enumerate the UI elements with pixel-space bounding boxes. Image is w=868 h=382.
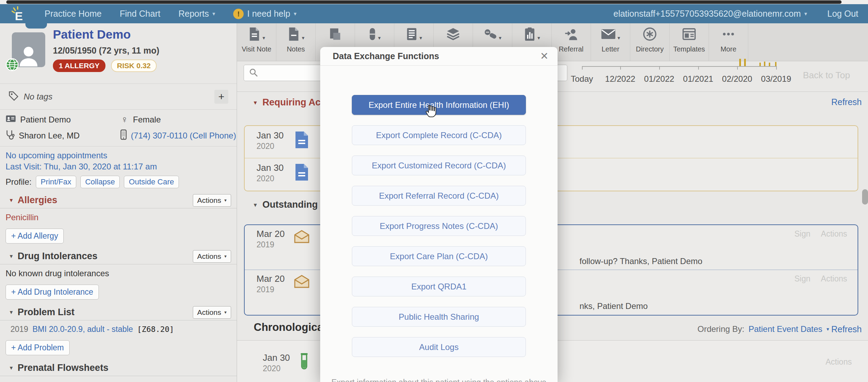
account-menu[interactable]: elationstaff+155757053935620@elationemr.… <box>614 9 807 19</box>
sign-link[interactable]: Sign <box>795 274 811 284</box>
sign-link[interactable]: Sign <box>795 229 811 239</box>
add-allergy-button[interactable]: + Add Allergy <box>6 229 64 244</box>
add-tag-button[interactable]: + <box>214 90 228 104</box>
timeline-label[interactable]: 12/2022 <box>605 74 636 84</box>
chevron-down-icon[interactable]: ▾ <box>10 253 13 260</box>
export-complete-record-button[interactable]: Export Complete Record (C-CDA) <box>352 125 526 145</box>
actions-link[interactable]: Actions <box>826 357 852 367</box>
audit-logs-button[interactable]: Audit Logs <box>352 337 526 357</box>
collapse-button[interactable]: Collapse <box>80 176 120 188</box>
chevron-down-icon[interactable]: ▾ <box>10 197 13 204</box>
referral-person-icon <box>564 27 578 42</box>
patient-name[interactable]: Patient Demo <box>53 27 131 41</box>
chevron-down-icon: ▾ <box>224 310 227 315</box>
clipboard-chart-icon <box>523 27 536 43</box>
public-health-sharing-button[interactable]: Public Health Sharing <box>352 307 526 327</box>
message-preview: nks, Patient Demo <box>579 301 648 311</box>
toolbar-filler <box>748 23 868 61</box>
export-referral-record-button[interactable]: Export Referral Record (C-CDA) <box>352 186 526 206</box>
allergies-actions-button[interactable]: Actions ▾ <box>193 194 231 207</box>
row-date: Jan 30 <box>257 162 284 173</box>
toolbar-directory[interactable]: Directory <box>630 23 670 61</box>
add-drug-intolerance-button[interactable]: + Add Drug Intolerance <box>6 285 99 300</box>
account-email: elationstaff+155757053935620@elationemr.… <box>614 9 801 19</box>
chevron-down-icon: ▾ <box>254 201 257 209</box>
chevron-down-icon[interactable]: ▾ <box>10 364 13 372</box>
ordering-by-label: Ordering By: <box>697 324 744 334</box>
toolbar-letter[interactable]: ▾ Letter <box>591 23 630 61</box>
export-qrda1-button[interactable]: Export QRDA1 <box>352 277 526 296</box>
nav-help[interactable]: ! I need help ▾ <box>233 9 297 19</box>
nav-find-chart[interactable]: Find Chart <box>120 9 160 19</box>
chevron-down-icon: ▾ <box>294 10 297 17</box>
last-visit-link[interactable]: Last Visit: Thu, Jan 30, 2020 at 11:17 a… <box>6 162 157 171</box>
timeline-label-today[interactable]: Today <box>571 74 593 84</box>
toolbar-more[interactable]: More <box>709 23 748 61</box>
chevron-down-icon: ▾ <box>224 254 227 259</box>
elation-logo-icon[interactable]: E <box>9 5 28 23</box>
add-problem-button[interactable]: + Add Problem <box>6 340 70 355</box>
help-warning-icon: ! <box>233 9 244 19</box>
export-ehi-button[interactable]: Export Entire Health Information (EHI) <box>352 95 526 115</box>
demographic-phone: (714) 307-0110 (Cell Phone) <box>120 129 236 142</box>
timeline-label[interactable]: 03/2019 <box>761 74 791 84</box>
problem-list-header: ▾ Problem List Actions ▾ <box>0 304 237 320</box>
chevron-down-icon: ▾ <box>804 10 807 17</box>
drug-intolerances-actions-button[interactable]: Actions ▾ <box>193 250 231 263</box>
problem-list-actions-button[interactable]: Actions ▾ <box>193 306 231 319</box>
timeline-label[interactable]: 02/2020 <box>722 74 752 84</box>
refresh-link-chronological[interactable]: Refresh <box>831 324 862 334</box>
chevron-down-icon: ▾ <box>262 35 265 41</box>
row-year: 2019 <box>257 240 285 249</box>
export-customized-record-button[interactable]: Export Customized Record (C-CDA) <box>352 156 526 175</box>
close-icon[interactable]: ✕ <box>540 50 549 62</box>
message-preview: follow-up? Thanks, Patient Demo <box>579 256 702 266</box>
mouse-cursor-hand-icon <box>423 103 438 120</box>
allergies-title: Allergies <box>18 195 193 206</box>
phone-link[interactable]: (714) 307-0110 (Cell Phone) <box>131 131 236 141</box>
prenatal-flowsheets-title: Prenatal Flowsheets <box>18 363 231 373</box>
refresh-link[interactable]: Refresh <box>831 97 862 107</box>
row-date: Jan 30 <box>257 130 284 141</box>
outside-care-button[interactable]: Outside Care <box>124 176 179 188</box>
toolbar-notes[interactable]: ▾ Notes <box>276 23 316 61</box>
scrollbar-thumb[interactable] <box>862 189 868 205</box>
timeline-label[interactable]: 01/2021 <box>683 74 713 84</box>
document-icon <box>294 131 309 150</box>
top-strip-bar <box>6 0 842 4</box>
row-date: Mar 20 <box>257 229 285 239</box>
problem-row: 2019 BMI 20.0-20.9, adult - stable [Z68.… <box>0 320 237 334</box>
chevron-down-icon: ▾ <box>499 35 502 41</box>
tags-row: No tags + <box>0 84 237 110</box>
upcoming-appointments-link[interactable]: No upcoming appointments <box>6 151 107 160</box>
chevron-down-icon: ▾ <box>419 35 422 41</box>
nav-reports[interactable]: Reports ▾ <box>179 9 215 19</box>
problem-link[interactable]: BMI 20.0-20.9, adult - stable <box>32 325 133 334</box>
print-fax-button[interactable]: Print/Fax <box>36 176 76 188</box>
logout-link[interactable]: Log Out <box>827 9 858 19</box>
export-care-plan-button[interactable]: Export Care Plan (C-CDA) <box>352 246 526 266</box>
actions-link[interactable]: Actions <box>821 229 847 239</box>
notes-document-icon <box>287 27 300 43</box>
toolbar-templates[interactable]: Templates <box>670 23 709 61</box>
ordering-by-row: Ordering By: Patient Event Dates ▾ <box>697 324 829 334</box>
timeline-axis[interactable] <box>582 66 777 67</box>
timeline-label[interactable]: 01/2022 <box>644 74 674 84</box>
modal-footnote: Export information about this patient us… <box>320 378 558 382</box>
phone-icon <box>120 129 127 142</box>
export-progress-notes-button[interactable]: Export Progress Notes (C-CDA) <box>352 216 526 236</box>
back-to-top-link[interactable]: Back to Top <box>803 70 850 81</box>
nav-practice-home[interactable]: Practice Home <box>45 9 102 19</box>
chevron-down-icon[interactable]: ▾ <box>10 309 13 316</box>
templates-icon <box>682 27 696 42</box>
ordering-by-dropdown[interactable]: Patient Event Dates <box>749 324 822 334</box>
modal-body: Export Entire Health Information (EHI) E… <box>320 66 558 382</box>
allergy-item[interactable]: Penicillin <box>6 213 231 222</box>
appointments-block: No upcoming appointments Last Visit: Thu… <box>0 146 237 174</box>
actions-link[interactable]: Actions <box>821 274 847 284</box>
chevron-down-icon: ▾ <box>617 35 620 41</box>
modal-header: Data Exchange Functions ✕ <box>320 47 558 66</box>
toolbar-visit-note[interactable]: ▾ Visit Note <box>237 23 276 61</box>
modal-title: Data Exchange Functions <box>333 47 439 65</box>
tag-icon <box>8 91 19 103</box>
